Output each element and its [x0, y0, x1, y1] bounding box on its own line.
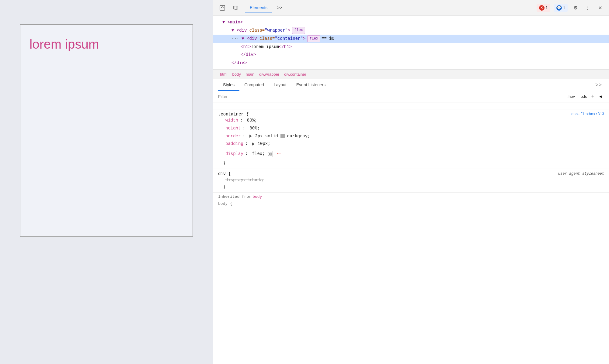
- tab-more[interactable]: >>: [272, 3, 287, 12]
- inherited-from-body[interactable]: body: [252, 194, 262, 199]
- styles-panel: , .container { css-flexbox:313 width: 80…: [213, 102, 609, 364]
- partial-rule-indicator: ,: [213, 102, 609, 109]
- breadcrumb-html[interactable]: html: [218, 71, 229, 77]
- message-count: 1: [563, 5, 565, 10]
- css-prop-padding[interactable]: padding: 10px;: [218, 140, 604, 148]
- breadcrumb-main[interactable]: main: [244, 71, 256, 77]
- dom-line-main[interactable]: ▼ <main>: [213, 18, 609, 26]
- svg-rect-0: [220, 5, 225, 10]
- color-swatch-darkgray[interactable]: [280, 134, 285, 138]
- tab-styles[interactable]: Styles: [218, 79, 239, 91]
- css-selector-text: .container {: [218, 112, 249, 117]
- toolbar-right: ✕ 1 💬 1 ⚙ ⋮ ✕: [537, 4, 604, 12]
- svg-rect-5: [271, 153, 272, 155]
- flex-badge-container: flex: [307, 35, 320, 42]
- breadcrumb: html body main div.wrapper div.container: [213, 70, 609, 79]
- tab-layout[interactable]: Layout: [269, 79, 291, 91]
- style-tabs: Styles Computed Layout Event Listeners >…: [213, 79, 609, 91]
- css-prop-display-ua[interactable]: display: block;: [218, 176, 604, 184]
- hov-button[interactable]: :hov: [566, 94, 577, 99]
- dollar-zero: == $0: [322, 35, 334, 42]
- tab-computed[interactable]: Computed: [239, 79, 269, 91]
- svg-rect-1: [234, 6, 238, 9]
- dom-tree: ▼ <main> ▼ <div class="wrapper"> flex ··…: [213, 16, 609, 70]
- partial-rule-body: body {: [213, 200, 609, 207]
- dom-line-container[interactable]: ··· ▼ <div class="container"> flex == $0: [213, 35, 609, 43]
- message-icon: 💬: [556, 5, 562, 11]
- border-triangle-icon[interactable]: [249, 135, 252, 138]
- error-icon: ✕: [539, 5, 545, 11]
- css-close-brace-container: }: [218, 160, 604, 166]
- add-style-button[interactable]: +: [591, 93, 594, 100]
- dom-line-close-div2[interactable]: </div>: [213, 59, 609, 67]
- dom-line-wrapper[interactable]: ▼ <div class="wrapper"> flex: [213, 26, 609, 34]
- padding-triangle-icon[interactable]: [252, 143, 255, 146]
- cls-button[interactable]: .cls: [579, 94, 589, 99]
- css-prop-border[interactable]: border: 2px solid darkgray;: [218, 132, 604, 140]
- device-toggle-icon[interactable]: [231, 4, 240, 12]
- svg-rect-3: [268, 153, 269, 155]
- breadcrumb-body[interactable]: body: [231, 71, 243, 77]
- css-prop-height[interactable]: height: 80%;: [218, 125, 604, 132]
- svg-rect-4: [270, 153, 271, 155]
- toggle-sidebar-button[interactable]: ◄: [597, 93, 604, 100]
- dom-line-h1[interactable]: <h1>lorem ipsum</h1>: [213, 43, 609, 51]
- css-selector-container[interactable]: .container { css-flexbox:313: [218, 112, 604, 117]
- flex-layout-icon[interactable]: [267, 151, 273, 157]
- close-icon[interactable]: ✕: [596, 4, 604, 12]
- inherited-from-label: Inherited from body: [213, 193, 609, 200]
- filter-bar: :hov .cls + ◄: [213, 91, 609, 102]
- lorem-heading: lorem ipsum: [23, 28, 105, 233]
- error-count: 1: [546, 5, 548, 10]
- filter-input[interactable]: [218, 94, 562, 99]
- css-selector-div-text: div {: [218, 171, 231, 176]
- breadcrumb-div-wrapper[interactable]: div.wrapper: [257, 71, 281, 77]
- css-rule-container: .container { css-flexbox:313 width: 80%;…: [213, 109, 609, 169]
- more-icon[interactable]: ⋮: [583, 4, 592, 12]
- message-badge-button[interactable]: 💬 1: [554, 4, 568, 12]
- devtools-panel: Elements >> ✕ 1 💬 1 ⚙ ⋮ ✕ ▼ <main> ▼ <di…: [213, 0, 609, 364]
- dots-icon: ···: [231, 35, 239, 42]
- css-selector-div[interactable]: div { user agent stylesheet: [218, 171, 604, 176]
- devtools-toolbar: Elements >> ✕ 1 💬 1 ⚙ ⋮ ✕: [213, 0, 609, 16]
- breadcrumb-div-container[interactable]: div.container: [282, 71, 308, 77]
- browser-viewport: lorem ipsum: [0, 0, 213, 364]
- settings-icon[interactable]: ⚙: [571, 4, 580, 12]
- svg-rect-2: [235, 9, 236, 10]
- css-source-ua: user agent stylesheet: [558, 172, 604, 176]
- toolbar-tabs: Elements >>: [245, 3, 532, 12]
- flex-badge-wrapper: flex: [292, 27, 305, 34]
- page-container: lorem ipsum: [20, 24, 193, 237]
- tab-event-listeners[interactable]: Event Listeners: [291, 79, 331, 91]
- filter-buttons: :hov .cls + ◄: [566, 93, 604, 100]
- error-badge-button[interactable]: ✕ 1: [537, 4, 550, 12]
- arrow-indicator: ←: [277, 148, 281, 160]
- css-prop-width[interactable]: width: 80%;: [218, 117, 604, 125]
- tab-more-styles[interactable]: >>: [593, 79, 604, 91]
- css-prop-display[interactable]: display: flex; ←: [218, 148, 604, 160]
- inspect-icon[interactable]: [218, 4, 227, 12]
- dom-line-close-div[interactable]: </div>: [213, 51, 609, 59]
- css-rule-div: div { user agent stylesheet display: blo…: [213, 169, 609, 193]
- css-source-link[interactable]: css-flexbox:313: [571, 112, 604, 116]
- tab-elements[interactable]: Elements: [245, 3, 272, 12]
- css-close-brace-div: }: [218, 184, 604, 190]
